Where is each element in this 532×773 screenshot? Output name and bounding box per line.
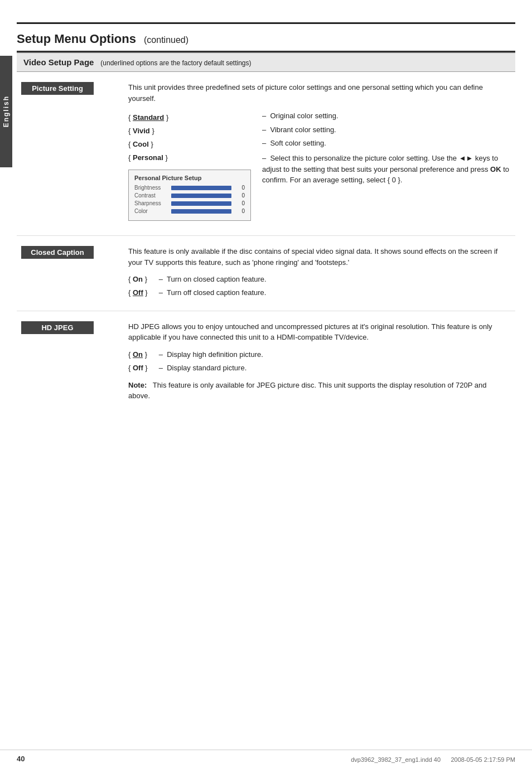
picture-left-col: { Standard } { Vivid } { Cool } { Person… — [128, 109, 251, 225]
setup-row-color: Color 0 — [134, 208, 245, 214]
side-tab: English — [0, 56, 12, 167]
closed-caption-section: Closed Caption This feature is only avai… — [17, 236, 515, 311]
cc-key-on: { On } — [128, 273, 159, 287]
closed-caption-desc: This feature is only available if the di… — [128, 246, 510, 268]
hd-jpeg-note: Note: This feature is only available for… — [128, 380, 510, 402]
option-row-standard: { Standard } — [128, 112, 180, 125]
brightness-bar — [171, 186, 231, 190]
title-continued: (continued) — [144, 35, 188, 45]
color-label: Color — [134, 208, 168, 214]
desc-personal: – Select this to personalize the picture… — [262, 153, 510, 186]
option-key-cool: { Cool } — [128, 138, 180, 152]
picture-options-list: { Standard } { Vivid } { Cool } { Person… — [128, 112, 180, 165]
cc-val-off: – Turn off closed caption feature. — [159, 287, 267, 300]
title-main: Setup Menu Options — [17, 32, 136, 46]
hd-jpeg-desc: HD JPEG allows you to enjoy untouched an… — [128, 321, 510, 343]
cc-option-on: { On } – Turn on closed caption feature. — [128, 273, 267, 287]
hd-jpeg-options: { On } – Display high definition picture… — [128, 349, 263, 375]
section-header-subtitle: (underlined options are the factory defa… — [100, 59, 251, 67]
hd-jpeg-desc-col: HD JPEG allows you to enjoy untouched an… — [128, 321, 515, 402]
desc-cool: – Soft color setting. — [262, 137, 510, 151]
cc-val-on: – Turn on closed caption feature. — [159, 273, 267, 287]
closed-caption-label: Closed Caption — [21, 246, 94, 259]
picture-setting-label-col: Picture Setting — [17, 82, 128, 225]
note-text — [149, 381, 151, 389]
side-tab-text: English — [2, 95, 10, 127]
hd-key-on: { On } — [128, 349, 159, 362]
picture-options-area: { Standard } { Vivid } { Cool } { Person… — [128, 109, 510, 225]
main-content: Setup Menu Options (continued) Video Set… — [17, 0, 515, 412]
file-info: dvp3962_3982_37_eng1.indd 40 — [351, 756, 441, 763]
desc-standard: – Original color setting. — [262, 109, 510, 123]
color-value: 0 — [235, 208, 245, 214]
hd-jpeg-section: HD JPEG HD JPEG allows you to enjoy unto… — [17, 311, 515, 412]
note-body: This feature is only available for JPEG … — [128, 381, 486, 400]
contrast-value: 0 — [235, 192, 245, 199]
sharpness-value: 0 — [235, 200, 245, 206]
note-label: Note: — [128, 381, 147, 389]
page-number: 40 — [17, 755, 25, 763]
hd-option-on: { On } – Display high definition picture… — [128, 349, 263, 362]
hd-jpeg-label-col: HD JPEG — [17, 321, 128, 402]
page-title: Setup Menu Options (continued) — [17, 32, 188, 48]
picture-setting-desc-col: This unit provides three predefined sets… — [128, 82, 515, 225]
color-bar — [171, 209, 231, 214]
personal-setup-box: Personal Picture Setup Brightness 0 Cont… — [128, 170, 251, 221]
closed-caption-desc-col: This feature is only available if the di… — [128, 246, 515, 300]
brightness-value: 0 — [235, 185, 245, 191]
setup-row-contrast: Contrast 0 — [134, 192, 245, 199]
footer: 40 dvp3962_3982_37_eng1.indd 40 2008-05-… — [0, 750, 532, 763]
brightness-label: Brightness — [134, 185, 168, 191]
closed-caption-label-col: Closed Caption — [17, 246, 128, 300]
setup-row-sharpness: Sharpness 0 — [134, 200, 245, 206]
title-area: Setup Menu Options (continued) — [17, 24, 515, 51]
personal-setup-title: Personal Picture Setup — [134, 175, 245, 181]
option-key-personal: { Personal } — [128, 152, 180, 165]
date-info: 2008-05-05 2:17:59 PM — [451, 756, 515, 763]
option-row-personal: { Personal } — [128, 152, 180, 165]
cc-key-off: { Off } — [128, 287, 159, 300]
closed-caption-options: { On } – Turn on closed caption feature.… — [128, 273, 267, 300]
option-row-vivid: { Vivid } — [128, 125, 180, 138]
sharpness-bar — [171, 201, 231, 206]
option-row-cool: { Cool } — [128, 138, 180, 152]
contrast-label: Contrast — [134, 192, 168, 199]
hd-val-off: – Display standard picture. — [159, 362, 263, 375]
setup-row-brightness: Brightness 0 — [134, 185, 245, 191]
picture-setting-section: Picture Setting This unit provides three… — [17, 72, 515, 236]
picture-setting-desc: This unit provides three predefined sets… — [128, 82, 510, 104]
page-wrapper: English Setup Menu Options (continued) V… — [0, 0, 532, 773]
sharpness-label: Sharpness — [134, 200, 168, 206]
picture-desc-right: – Original color setting. – Vibrant colo… — [262, 109, 510, 186]
section-header: Video Setup Page (underlined options are… — [17, 52, 515, 72]
hd-jpeg-label: HD JPEG — [21, 321, 94, 334]
hd-val-on: – Display high definition picture. — [159, 349, 263, 362]
footer-file-info: dvp3962_3982_37_eng1.indd 40 2008-05-05 … — [351, 756, 515, 763]
contrast-bar — [171, 194, 231, 198]
section-header-label: Video Setup Page — [23, 57, 94, 67]
picture-setting-label: Picture Setting — [21, 82, 94, 95]
cc-option-off: { Off } – Turn off closed caption featur… — [128, 287, 267, 300]
hd-key-off: { Off } — [128, 362, 159, 375]
option-key-vivid: { Vivid } — [128, 125, 180, 138]
desc-vivid: – Vibrant color setting. — [262, 123, 510, 137]
option-key-standard: { Standard } — [128, 112, 180, 125]
hd-option-off: { Off } – Display standard picture. — [128, 362, 263, 375]
